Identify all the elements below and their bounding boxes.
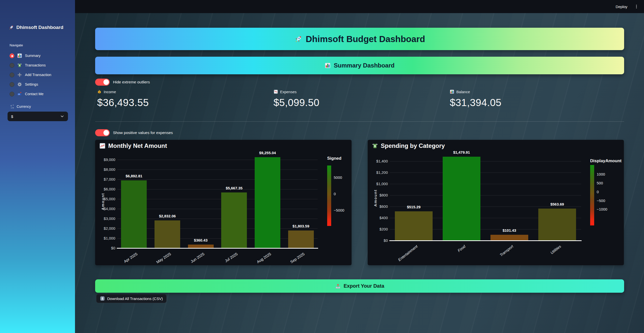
y-axis-title: Amount (101, 193, 105, 210)
charts-row: Monthly Net Amount$0$1,000$2,000$3,000$4… (95, 140, 624, 265)
rocket-icon (294, 35, 303, 43)
nav-item-transactions[interactable]: $Transactions (10, 60, 72, 70)
toggle-knob (103, 130, 109, 136)
legend-tick-label: −1000 (597, 207, 607, 211)
x-axis-tick-label: Aug 2025 (244, 252, 272, 272)
nav-item-label: Settings (25, 82, 38, 86)
app-title: Dhimsoft Dashboard (9, 25, 63, 30)
x-axis-tick-label: May 2025 (144, 252, 172, 272)
y-axis-tick-label: $9,000 (96, 157, 115, 162)
metric-label: $Income (97, 89, 272, 94)
bar-value-label: $1,479.91 (453, 150, 470, 154)
nav-item-label: Contact Me (25, 92, 44, 96)
legend-tick-label: 500 (597, 181, 603, 185)
y-axis-title: Amount (373, 189, 377, 207)
sidebar: Dhimsoft Dashboard Navigate Summary$Tran… (0, 0, 75, 333)
y-axis-tick-label: $600 (368, 204, 388, 209)
download-csv-button[interactable]: Download All Transactions (CSV) (96, 294, 167, 303)
radio-unselected[interactable] (10, 63, 14, 68)
svg-text:$: $ (11, 105, 12, 107)
spending-by-category-chart: $Spending by Category$0$200$400$600$800$… (368, 140, 624, 265)
gridline (117, 160, 318, 160)
bar-value-label: $515.29 (407, 205, 421, 209)
bar-utilities (538, 209, 576, 241)
deploy-button[interactable]: Deploy (616, 5, 627, 9)
radio-selected[interactable] (10, 53, 14, 58)
app-window: Dhimsoft Dashboard Navigate Summary$Tran… (0, 0, 644, 333)
monthly-net-amount-chart: Monthly Net Amount$0$1,000$2,000$3,000$4… (95, 140, 352, 265)
metric-label: Expenses (274, 89, 448, 94)
metric-value: $5,099.50 (274, 97, 448, 108)
main-area: Dhimsoft Budget Dashboard Summary Dashbo… (75, 13, 644, 333)
y-axis-tick-label: $1,200 (368, 170, 388, 175)
x-axis-tick-label: Utilities (529, 244, 562, 271)
legend-tick-label: −5000 (334, 208, 344, 212)
bar-entertainment (395, 211, 433, 241)
bar-chart-icon (325, 62, 331, 69)
currency-selected-value: $ (11, 114, 13, 119)
x-axis-baseline (117, 248, 318, 249)
legend-tick-label: 1000 (597, 172, 605, 176)
bar-apr-2025 (121, 180, 147, 248)
legend-title: Signed (327, 156, 342, 161)
nav-item-contact-me[interactable]: Contact Me (10, 89, 72, 99)
mailbox-icon (17, 91, 22, 96)
gridline (390, 195, 581, 195)
currency-label: $¥ Currency (10, 104, 31, 109)
metric-label: Balance (450, 89, 624, 94)
metric-balance: Balance$31,394.05 (448, 89, 624, 108)
bar-transport (490, 235, 528, 241)
kebab-menu-icon[interactable] (634, 4, 639, 9)
positive-values-toggle-row: Show positive values for expenses (95, 129, 173, 136)
hide-outliers-toggle-row: Hide extreme outliers (95, 79, 150, 86)
radio-unselected[interactable] (10, 82, 14, 87)
nav-item-settings[interactable]: Settings (10, 80, 72, 89)
bar-food (443, 157, 480, 241)
legend-gradient-bar (590, 165, 594, 225)
legend-tick-label: 0 (597, 190, 599, 194)
chart-down-icon (274, 89, 278, 94)
bar-value-label: $9,255.04 (259, 151, 276, 155)
nav-item-summary[interactable]: Summary (10, 51, 72, 60)
x-axis-baseline (389, 240, 582, 241)
money-wings-icon: $ (372, 143, 378, 149)
legend-title: DisplayAmount (590, 158, 622, 163)
gridline (390, 173, 581, 173)
legend-tick-label: 0 (334, 192, 336, 196)
y-axis-tick-label: $4,000 (96, 207, 115, 211)
money-bag-icon: $ (97, 89, 102, 94)
nav-item-add-transaction[interactable]: Add Transaction (10, 70, 72, 80)
download-csv-label: Download All Transactions (CSV) (107, 296, 163, 301)
x-axis-tick-label: Transport (482, 244, 514, 271)
hide-outliers-toggle[interactable] (95, 79, 110, 86)
chevron-down-icon (60, 114, 64, 119)
radio-unselected[interactable] (10, 73, 14, 77)
gridline (117, 219, 318, 219)
bar-value-label: $101.43 (503, 228, 516, 232)
y-axis-tick-label: $200 (368, 227, 388, 231)
metric-expenses: Expenses$5,099.50 (272, 89, 448, 108)
x-axis-tick-label: Jun 2025 (177, 252, 205, 272)
gridline (117, 189, 318, 189)
nav-item-label: Transactions (25, 63, 46, 67)
export-banner-text: Export Your Data (344, 283, 384, 289)
content-column: Dhimsoft Budget Dashboard Summary Dashbo… (95, 13, 624, 333)
radio-unselected[interactable] (10, 92, 14, 96)
chart-title: $Spending by Category (372, 142, 445, 149)
positive-values-toggle[interactable] (95, 129, 110, 136)
chart-title-text: Monthly Net Amount (108, 142, 167, 149)
gridline (117, 199, 318, 199)
gear-icon (17, 82, 22, 87)
bar-aug-2025 (255, 157, 280, 248)
gridline (117, 228, 318, 229)
bar-value-label: $1,803.59 (292, 224, 309, 228)
metric-income: $Income$36,493.55 (95, 89, 272, 108)
export-banner: Export Your Data (95, 279, 624, 293)
y-axis-tick-label: $1,000 (368, 182, 388, 186)
bar-value-label: $563.69 (550, 202, 564, 206)
y-axis-tick-label: $400 (368, 216, 388, 220)
navigate-label: Navigate (10, 43, 23, 47)
currency-select[interactable]: $ (8, 112, 68, 121)
chart-title: Monthly Net Amount (99, 142, 167, 149)
x-axis-tick-label: Jul 2025 (211, 252, 239, 272)
